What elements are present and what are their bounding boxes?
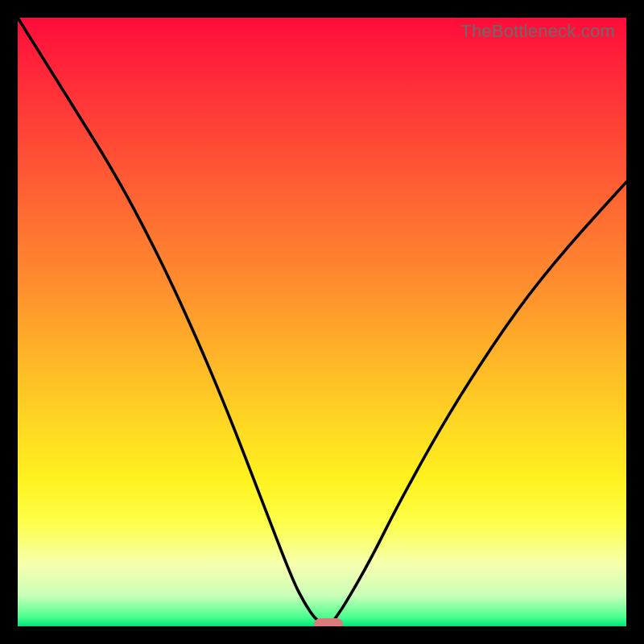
plot-area: TheBottleneck.com xyxy=(18,18,626,626)
chart-frame: TheBottleneck.com xyxy=(0,0,644,644)
optimal-point-marker xyxy=(314,618,343,626)
watermark-text: TheBottleneck.com xyxy=(460,21,615,42)
bottleneck-curve xyxy=(18,18,626,626)
